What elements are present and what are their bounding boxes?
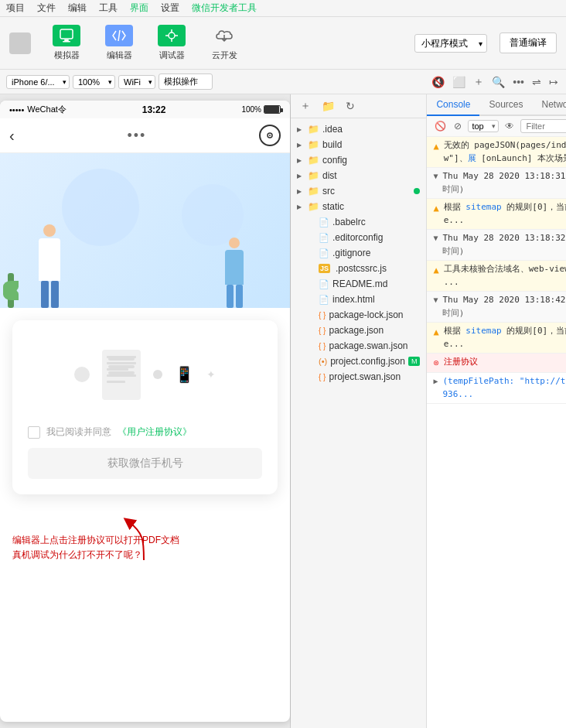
file-toolbar: ＋ 📁 ↻	[291, 94, 426, 118]
debugger-label: 调试器	[159, 50, 185, 61]
sitemap-link2[interactable]: sitemap	[465, 326, 501, 336]
tree-item-projectconfig[interactable]: ▶ (•) project.config.json M	[291, 354, 426, 369]
tree-item-pkgswan[interactable]: ▶ { } package.swan.json	[291, 338, 426, 354]
more-icon[interactable]: •••	[511, 74, 526, 90]
console-entry-2: ▼ Thu May 28 2020 13:18:31 GMT+0800（中国标准…	[427, 168, 566, 199]
deco-circle-sm	[153, 370, 162, 379]
folder-icon: 📁	[308, 124, 319, 135]
add-icon[interactable]: ＋	[472, 73, 486, 91]
collapse-icon[interactable]: ▼	[433, 232, 438, 244]
device-select[interactable]: iPhone 6/...	[6, 75, 70, 89]
nav-more[interactable]: •••	[127, 128, 146, 144]
clear-console-button[interactable]: 🚫	[433, 119, 448, 133]
chevron-right-icon: ▶	[297, 203, 305, 210]
camera-button[interactable]	[259, 125, 281, 146]
error-icon: ⊗	[433, 356, 438, 370]
tree-item-gitignore[interactable]: ▶ 📄 .gitignore	[291, 245, 426, 261]
filter-input[interactable]	[520, 119, 566, 133]
add-folder-button[interactable]: 📁	[319, 98, 338, 114]
battery-fill	[264, 106, 279, 113]
simulator-button[interactable]: 模拟器	[43, 23, 90, 63]
tree-item-pkglock[interactable]: ▶ { } package-lock.json	[291, 307, 426, 323]
agreement-link[interactable]: 《用户注册协议》	[118, 426, 192, 439]
debugger-button[interactable]: 调试器	[148, 23, 195, 63]
layout-icon[interactable]: ⇌	[530, 74, 543, 90]
mode-dropdown[interactable]: 小程序模式 插件模式	[414, 34, 487, 53]
document-icon	[102, 350, 141, 400]
back-button[interactable]: ‹	[9, 127, 15, 145]
sec-toolbar-right: 🔇 ⬜ ＋ 🔍 ••• ⇌ ↦	[430, 73, 560, 91]
console-entry-4: ▼ Thu May 28 2020 13:18:32 GMT+0800（中国标准…	[427, 230, 566, 261]
zoom-select[interactable]: 100%	[73, 75, 115, 89]
link-text[interactable]: 展	[468, 153, 476, 163]
chevron-right-icon: ▶	[297, 126, 305, 133]
console-entry-text: 根据 sitemap 的规则[0]，当前页面 [pages/inde...	[444, 201, 566, 227]
console-entry-text: 注册协议	[444, 356, 566, 369]
sim-ops-button[interactable]: 模拟操作	[159, 73, 213, 90]
tree-item-idea[interactable]: ▶ 📁 .idea	[291, 121, 426, 137]
menu-item-edit[interactable]: 编辑	[68, 2, 87, 15]
carrier-name: WeChat令	[27, 104, 66, 115]
cloud-button[interactable]: 云开发	[201, 23, 247, 63]
tree-item-label: src	[322, 186, 335, 197]
network-select[interactable]: WiFi	[118, 75, 155, 89]
tree-item-editorconfig[interactable]: ▶ 📄 .editorconfig	[291, 230, 426, 245]
editor-button[interactable]: 编辑器	[96, 23, 142, 63]
expand-icon[interactable]: ⬜	[451, 74, 467, 90]
menu-item-devtools[interactable]: 微信开发者工具	[192, 2, 257, 15]
console-entry-6: ▼ Thu May 28 2020 13:18:42 GMT+0800（中国标准…	[427, 292, 566, 323]
menu-item-project[interactable]: 项目	[6, 2, 25, 15]
tree-item-projectswan[interactable]: ▶ { } project.swan.json	[291, 369, 426, 385]
tree-item-babelrc[interactable]: ▶ 📄 .babelrc	[291, 214, 426, 230]
tree-item-config[interactable]: ▶ 📁 config	[291, 152, 426, 168]
json-dot-icon: (•)	[319, 357, 327, 366]
status-time: 13:22	[142, 104, 166, 115]
tree-item-src[interactable]: ▶ 📁 src	[291, 183, 426, 199]
m-badge: M	[408, 357, 421, 366]
get-phone-button[interactable]: 获取微信手机号	[28, 448, 262, 479]
menu-item-tools[interactable]: 工具	[99, 2, 118, 15]
tree-item-label: config	[322, 155, 347, 166]
tree-item-dist[interactable]: ▶ 📁 dist	[291, 168, 426, 183]
filepath-link[interactable]: (tempFilePath: "http://tmp/wx49c9ape8159…	[442, 376, 566, 399]
console-panel: Console Sources Network Security Ap 🚫 ⊘ …	[427, 94, 566, 728]
signal-dots: •••••	[9, 105, 24, 114]
tree-item-postcssrc[interactable]: ▶ JS .postcssrc.js	[291, 261, 426, 276]
tree-item-readme[interactable]: ▶ 📄 README.md	[291, 276, 426, 292]
menu-item-settings[interactable]: 设置	[161, 2, 179, 15]
mute-icon[interactable]: 🔇	[430, 74, 446, 90]
collapse-icon[interactable]: ▼	[433, 294, 438, 306]
js-file-icon: JS	[319, 264, 330, 273]
console-entry-8: ⊗ 注册协议	[427, 354, 566, 373]
top-select-wrap: top	[468, 120, 499, 132]
tree-item-indexhtml[interactable]: ▶ 📄 index.html	[291, 292, 426, 307]
add-file-button[interactable]: ＋	[297, 97, 314, 114]
menu-item-view[interactable]: 界面	[130, 2, 148, 15]
console-entry-text: (tempFilePath: "http://tmp/wx49c9ape8159…	[442, 375, 566, 401]
tree-item-label: .idea	[322, 124, 343, 135]
tab-sources[interactable]: Sources	[479, 94, 532, 116]
tree-item-build[interactable]: ▶ 📁 build	[291, 137, 426, 152]
search-icon[interactable]: 🔍	[490, 74, 506, 90]
warning-icon: ▲	[433, 325, 438, 339]
collapse-icon[interactable]: ▼	[433, 170, 438, 182]
avatar	[9, 32, 31, 54]
eye-icon[interactable]: 👁	[503, 119, 516, 133]
sitemap-link[interactable]: sitemap	[465, 202, 501, 212]
context-select[interactable]: top	[468, 120, 499, 132]
console-entry-7: ▲ 根据 sitemap 的规则[0]，当前页面 [pages/inde...	[427, 323, 566, 354]
agreement-checkbox[interactable]	[28, 426, 40, 439]
filter-icon[interactable]: ⊘	[452, 119, 463, 133]
compile-button[interactable]: 普通编译	[500, 32, 557, 53]
expand-icon[interactable]: ▶	[433, 375, 438, 387]
menu-item-file[interactable]: 文件	[37, 2, 56, 15]
console-entry-text: Thu May 28 2020 13:18:32 GMT+0800（中国标准时间…	[442, 232, 566, 258]
tab-console[interactable]: Console	[427, 94, 479, 116]
refresh-button[interactable]: ↻	[343, 98, 358, 114]
tab-network[interactable]: Network	[532, 94, 566, 116]
tree-item-label: README.md	[332, 279, 387, 289]
tree-item-pkg[interactable]: ▶ { } package.json	[291, 323, 426, 338]
tree-item-static[interactable]: ▶ 📁 static	[291, 199, 426, 214]
indent-icon[interactable]: ↦	[547, 74, 560, 90]
editor-icon	[105, 25, 133, 46]
